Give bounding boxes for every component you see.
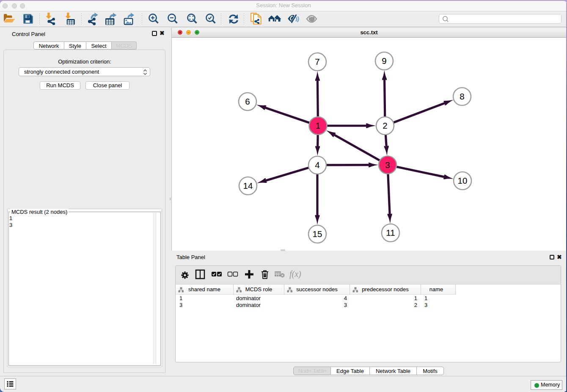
- svg-text:f(x): f(x): [289, 269, 301, 279]
- svg-text:1: 1: [316, 121, 320, 130]
- svg-text:2: 2: [383, 121, 387, 130]
- svg-text:9: 9: [382, 56, 386, 66]
- svg-text:14: 14: [243, 181, 253, 190]
- svg-text:7: 7: [315, 57, 319, 66]
- svg-text:8: 8: [460, 91, 464, 101]
- svg-text:10: 10: [458, 176, 468, 185]
- svg-text:6: 6: [245, 97, 250, 106]
- svg-text:15: 15: [313, 229, 322, 239]
- svg-text:4: 4: [315, 160, 319, 170]
- svg-text:11: 11: [386, 228, 395, 237]
- svg-text:3: 3: [385, 160, 390, 170]
